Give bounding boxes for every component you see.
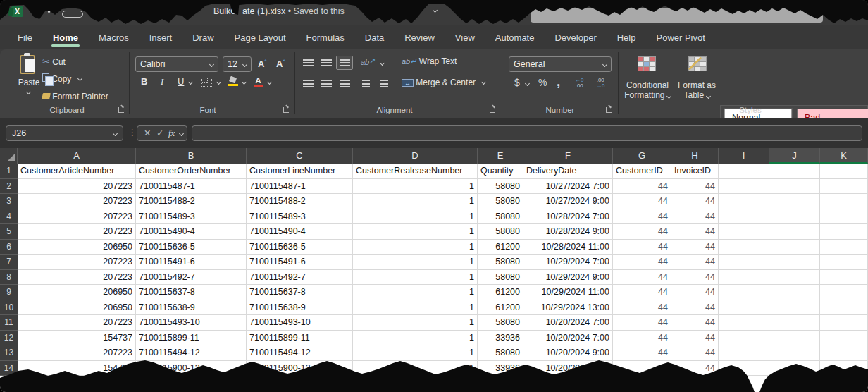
cell-E4[interactable]: 58080 — [478, 209, 523, 225]
cell-E6[interactable]: 61200 — [478, 240, 523, 255]
underline-chevron-icon[interactable] — [188, 80, 193, 85]
cell-G5[interactable]: 44 — [613, 224, 671, 240]
cell-A8[interactable]: 207223 — [18, 270, 136, 286]
cell-C3[interactable]: 7100115488-2 — [247, 194, 353, 209]
cell-G3[interactable]: 44 — [613, 194, 671, 209]
tab-data[interactable]: Data — [364, 28, 385, 47]
cell-A13[interactable]: 207223 — [18, 345, 136, 361]
cell-K13[interactable] — [820, 345, 868, 361]
conditional-formatting-button[interactable]: ConditionalFormatting — [620, 80, 675, 100]
formula-input[interactable] — [192, 125, 862, 141]
cell-A3[interactable]: 207223 — [18, 194, 136, 209]
cell-F14[interactable]: 10/20/2024 9:00 — [523, 361, 613, 376]
paste-icon[interactable] — [20, 55, 35, 74]
cell-J7[interactable] — [769, 255, 820, 270]
column-header-F[interactable]: F — [523, 148, 613, 164]
cell-I1[interactable] — [719, 164, 769, 179]
cell-J11[interactable] — [769, 315, 820, 331]
cell-C10[interactable]: 7100115638-9 — [247, 300, 353, 316]
cell-F1[interactable]: DeliveryDate — [523, 164, 613, 179]
column-header-A[interactable]: A — [18, 148, 136, 164]
cell-F12[interactable]: 10/20/2024 7:00 — [523, 331, 613, 346]
font-dialog-launcher[interactable] — [283, 107, 289, 113]
cell-K14[interactable] — [820, 361, 868, 376]
alignment-dialog-launcher[interactable] — [490, 107, 495, 113]
cell-A14[interactable]: 154737 — [18, 361, 136, 376]
cell-B13[interactable]: 7100115494-12 — [136, 345, 247, 361]
row-header-3[interactable]: 3 — [0, 194, 18, 209]
cell-J6[interactable] — [769, 240, 820, 255]
cell-H2[interactable]: 44 — [671, 179, 719, 195]
cell-K5[interactable] — [820, 224, 868, 240]
cell-I4[interactable] — [719, 209, 769, 225]
cell-H14[interactable]: 44 — [671, 361, 719, 376]
orientation-chevron-icon[interactable] — [380, 61, 385, 66]
cell-D6[interactable]: 1 — [353, 240, 478, 255]
cell-G1[interactable]: CustomerID — [613, 164, 671, 179]
cell-I12[interactable] — [719, 331, 769, 346]
tab-draw[interactable]: Draw — [191, 28, 215, 47]
cell-H11[interactable]: 44 — [671, 315, 719, 331]
cell-K8[interactable] — [820, 270, 868, 286]
tab-macros[interactable]: Macros — [97, 28, 130, 47]
cell-J9[interactable] — [769, 285, 820, 300]
cell-G8[interactable]: 44 — [613, 270, 671, 286]
font-color-icon[interactable]: A — [254, 76, 263, 86]
cell-F4[interactable]: 10/28/2024 7:00 — [523, 209, 613, 225]
align-right-icon[interactable] — [340, 80, 350, 87]
cell-A6[interactable]: 206950 — [18, 240, 136, 255]
fill-color-icon[interactable] — [228, 77, 238, 86]
cell-J10[interactable] — [769, 300, 820, 316]
accounting-chevron-icon[interactable] — [525, 81, 530, 86]
excel-logo-icon[interactable]: X — [11, 6, 23, 17]
cell-I9[interactable] — [719, 285, 769, 300]
document-title[interactable]: BulkOate (1).xlsx • Saved to this — [213, 6, 345, 18]
copy-chevron-icon[interactable] — [78, 76, 82, 81]
cell-H7[interactable]: 44 — [671, 255, 719, 270]
merge-center-button[interactable]: ↔ Merge & Center — [402, 78, 485, 87]
cell-K4[interactable] — [820, 209, 868, 225]
bold-button[interactable]: B — [141, 76, 147, 87]
column-header-H[interactable]: H — [671, 148, 719, 164]
cell-J3[interactable] — [769, 194, 820, 209]
cell-C6[interactable]: 7100115636-5 — [247, 240, 353, 255]
cell-C9[interactable]: 7100115637-8 — [247, 285, 353, 300]
merge-center-chevron-icon[interactable] — [481, 80, 486, 85]
cell-B5[interactable]: 7100115490-4 — [136, 224, 247, 240]
row-header-4[interactable]: 4 — [0, 209, 18, 225]
align-center-icon[interactable] — [321, 80, 332, 87]
format-as-table-button[interactable]: Format asTable — [671, 80, 723, 100]
row-header-8[interactable]: 8 — [0, 270, 18, 286]
tab-review[interactable]: Review — [403, 28, 436, 47]
cell-K11[interactable] — [820, 315, 868, 331]
cell-H6[interactable]: 44 — [671, 240, 719, 255]
cell-C2[interactable]: 7100115487-1 — [247, 179, 353, 195]
cell-K6[interactable] — [820, 240, 868, 255]
number-dialog-launcher[interactable] — [606, 107, 612, 113]
cell-A12[interactable]: 154737 — [18, 331, 136, 346]
cell-B12[interactable]: 7100115899-11 — [136, 331, 247, 346]
cell-H5[interactable]: 44 — [671, 224, 719, 240]
column-header-C[interactable]: C — [247, 148, 353, 164]
cell-B3[interactable]: 7100115488-2 — [136, 194, 247, 209]
align-left-icon[interactable] — [303, 80, 314, 87]
cell-I7[interactable] — [719, 255, 769, 270]
select-all-corner[interactable] — [0, 148, 18, 164]
cell-E1[interactable]: Quantity — [478, 164, 523, 179]
tab-page-layout[interactable]: Page Layout — [233, 28, 287, 47]
tab-home[interactable]: Home — [51, 28, 80, 47]
cell-C8[interactable]: 7100115492-7 — [247, 270, 353, 286]
cell-F6[interactable]: 10/28/2024 11:00 — [523, 240, 613, 255]
cell-I3[interactable] — [719, 194, 769, 209]
cell-B11[interactable]: 7100115493-10 — [136, 315, 247, 331]
cell-G2[interactable]: 44 — [613, 179, 671, 195]
cell-D12[interactable]: 1 — [353, 331, 478, 346]
cell-C7[interactable]: 7100115491-6 — [247, 255, 353, 270]
cell-K12[interactable] — [820, 331, 868, 346]
cell-E8[interactable]: 58080 — [478, 270, 523, 286]
cell-D2[interactable]: 1 — [353, 179, 478, 195]
cell-I13[interactable] — [719, 345, 769, 361]
cell-H4[interactable]: 44 — [671, 209, 719, 225]
borders-icon[interactable] — [202, 78, 212, 87]
name-box[interactable]: J26 — [6, 125, 123, 141]
